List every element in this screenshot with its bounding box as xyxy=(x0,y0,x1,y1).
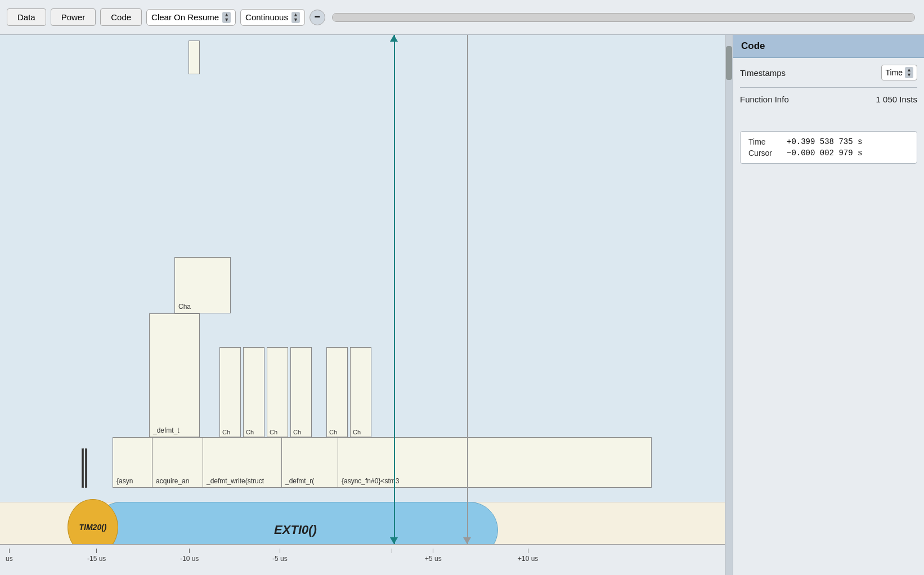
gray-cursor-line xyxy=(467,35,468,544)
thin-bars-group xyxy=(82,448,87,488)
fn-cell-async-fn: {async_fn#0}<stm3 xyxy=(338,438,651,487)
upper-bar-defmt: _defmt_t xyxy=(149,313,200,437)
time-key-label: Time xyxy=(748,137,782,146)
upper-bar-ch6: Ch xyxy=(350,347,371,437)
cursor-key-label: Cursor xyxy=(748,149,782,158)
clear-on-resume-select[interactable]: Clear On Resume ▲ ▼ xyxy=(146,9,236,26)
panel-header: Code xyxy=(733,35,924,58)
fn-cell-acquire: acquire_an xyxy=(152,438,203,487)
panel-title: Code xyxy=(741,41,765,51)
upper-bar-ch5: Ch xyxy=(326,347,348,437)
timeline-scrollbar[interactable] xyxy=(332,13,915,22)
data-button[interactable]: Data xyxy=(7,8,46,26)
time-info-box: Time +0.399 538 735 s Cursor −0.000 002 … xyxy=(740,131,917,164)
time-value: +0.399 538 735 s xyxy=(787,137,862,146)
time-row: Time +0.399 538 735 s xyxy=(748,137,909,146)
fn-cell-async: {asyn xyxy=(113,438,152,487)
upper-bar-cha: Cha xyxy=(174,257,231,313)
ch1-label: Ch xyxy=(222,429,230,435)
fn-cell-defmt-write: _defmt_write(struct xyxy=(203,438,282,487)
function-info-row: Function Info 1 050 Insts xyxy=(740,95,917,111)
cha-label: Cha xyxy=(178,303,191,311)
tick-minus10: -10 us xyxy=(180,549,199,563)
tick-label-minus5: -5 us xyxy=(272,555,288,563)
function-info-label: Function Info xyxy=(740,95,789,104)
vertical-scrollbar[interactable] xyxy=(725,35,733,575)
code-button[interactable]: Code xyxy=(100,8,142,26)
power-button[interactable]: Power xyxy=(51,8,96,26)
cursor-line xyxy=(394,35,395,544)
tick-plus5: +5 us xyxy=(425,549,442,563)
ch4-label: Ch xyxy=(293,429,301,435)
tick-label-minus15: -15 us xyxy=(87,555,106,563)
ch2-label: Ch xyxy=(246,429,254,435)
ch6-label: Ch xyxy=(353,429,361,435)
tick-label-plus10: +10 us xyxy=(518,555,538,563)
upper-bar-ch2: Ch xyxy=(243,347,264,437)
timeline-area: main() EXTI0() TIM20() TIM20() {asyn acq… xyxy=(0,35,725,575)
continuous-stepper[interactable]: ▲ ▼ xyxy=(291,12,300,23)
function-info-value: 1 050 Insts xyxy=(876,95,917,104)
tick-us: us xyxy=(6,549,13,563)
panel-content: Timestamps Time ▲ ▼ Function Info 1 050 … xyxy=(733,58,924,124)
ch5-label: Ch xyxy=(329,429,337,435)
continuous-label: Continuous xyxy=(245,12,288,22)
upper-bar-ch3: Ch xyxy=(267,347,288,437)
timestamps-select[interactable]: Time ▲ ▼ xyxy=(881,65,917,80)
tick-minus15: -15 us xyxy=(87,549,106,563)
upper-bar-ch1: Ch xyxy=(219,347,241,437)
main-area: main() EXTI0() TIM20() TIM20() {asyn acq… xyxy=(0,35,924,575)
tick-label-minus10: -10 us xyxy=(180,555,199,563)
tick-label-plus5: +5 us xyxy=(425,555,442,563)
time-select-label: Time xyxy=(885,68,903,77)
defmt-t-label: _defmt_t xyxy=(153,426,180,434)
clear-on-resume-stepper[interactable]: ▲ ▼ xyxy=(222,12,231,23)
timeline-ruler: us -15 us -10 us -5 us +5 us xyxy=(0,544,725,575)
tim20-left-label: TIM20() xyxy=(79,523,107,532)
scrollbar-thumb[interactable] xyxy=(726,46,732,80)
cursor-value: −0.000 002 979 s xyxy=(787,149,862,158)
timestamps-label: Timestamps xyxy=(740,68,786,78)
zoom-minus-icon: − xyxy=(315,11,321,23)
thin-bar-1 xyxy=(82,448,84,488)
fn-cell-defmt-r: _defmt_r( xyxy=(282,438,338,487)
clear-on-resume-label: Clear On Resume xyxy=(151,12,219,22)
tick-zero xyxy=(392,549,392,555)
upper-bar-ch4: Ch xyxy=(290,347,312,437)
lower-stack-row: {asyn acquire_an _defmt_write(struct _de… xyxy=(113,437,652,488)
ch3-label: Ch xyxy=(270,429,277,435)
tick-label-us: us xyxy=(6,555,13,563)
timestamps-row: Timestamps Time ▲ ▼ xyxy=(740,65,917,88)
cursor-row: Cursor −0.000 002 979 s xyxy=(748,149,909,158)
time-stepper[interactable]: ▲ ▼ xyxy=(905,67,913,78)
thin-bar-2 xyxy=(85,448,87,488)
tick-minus5: -5 us xyxy=(272,549,288,563)
tick-plus10: +10 us xyxy=(518,549,538,563)
continuous-select[interactable]: Continuous ▲ ▼ xyxy=(240,9,305,26)
top-thin-bar xyxy=(189,41,200,74)
toolbar: Data Power Code Clear On Resume ▲ ▼ Cont… xyxy=(0,0,924,35)
zoom-minus-button[interactable]: − xyxy=(310,10,325,25)
exti-label: EXTI0() xyxy=(274,523,317,537)
right-panel: Code Timestamps Time ▲ ▼ Function Info 1… xyxy=(733,35,924,575)
